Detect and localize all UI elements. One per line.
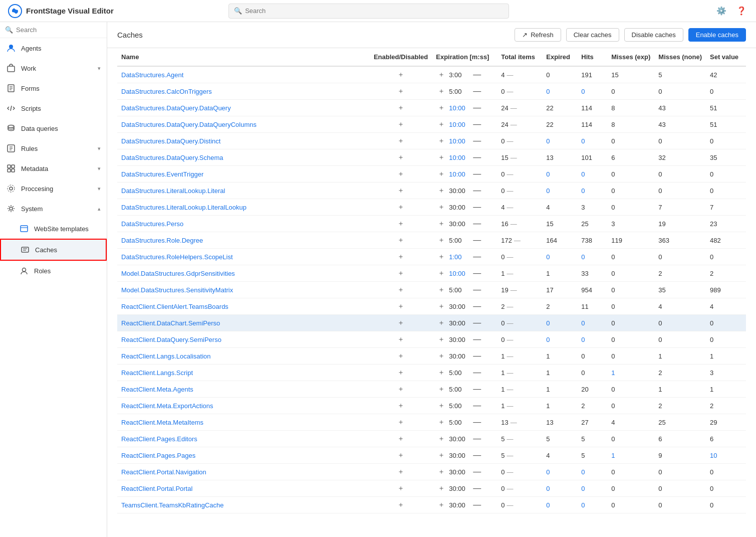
expiry-minus-icon[interactable]: — <box>471 302 483 311</box>
expiry-minus-icon[interactable]: — <box>471 136 483 145</box>
expiry-minus-icon[interactable]: — <box>471 120 483 129</box>
expiry-minus-icon[interactable]: — <box>471 484 483 493</box>
cell-name[interactable]: ReactClient.DataQuery.SemiPerso <box>117 331 370 348</box>
expiry-minus-icon[interactable]: — <box>471 335 483 344</box>
plus-icon[interactable]: ＋ <box>395 186 406 194</box>
expiry-minus-icon[interactable]: — <box>471 368 483 377</box>
plus-icon[interactable]: ＋ <box>395 87 406 95</box>
expiry-plus-icon[interactable]: ＋ <box>436 500 447 509</box>
sidebar-item-forms[interactable]: Forms <box>0 78 107 98</box>
expiry-minus-icon[interactable]: — <box>471 219 483 228</box>
settings-icon[interactable]: ⚙️ <box>715 5 728 18</box>
plus-icon[interactable]: ＋ <box>395 500 406 508</box>
expiry-minus-icon[interactable]: — <box>471 252 483 261</box>
cell-name[interactable]: TeamsClient.TeamsKbRatingCache <box>117 497 370 513</box>
enable-caches-button[interactable]: Enable caches <box>688 28 746 42</box>
cell-name[interactable]: DataStructures.EventTrigger <box>117 166 370 183</box>
expiry-minus-icon[interactable]: — <box>471 285 483 294</box>
expiry-plus-icon[interactable]: ＋ <box>436 236 447 245</box>
expiry-plus-icon[interactable]: ＋ <box>436 302 447 311</box>
expiry-plus-icon[interactable]: ＋ <box>436 136 447 145</box>
sidebar-item-work[interactable]: Work ▾ <box>0 58 107 78</box>
expiry-plus-icon[interactable]: ＋ <box>436 484 447 493</box>
sidebar-item-caches[interactable]: Caches <box>0 239 107 261</box>
sidebar-item-data-queries[interactable]: Data queries <box>0 118 107 138</box>
topbar-search-input[interactable] <box>245 7 503 15</box>
cell-name[interactable]: DataStructures.DataQuery.Schema <box>117 149 370 166</box>
expiry-plus-icon[interactable]: ＋ <box>436 351 447 361</box>
plus-icon[interactable]: ＋ <box>395 120 406 128</box>
plus-icon[interactable]: ＋ <box>395 252 406 260</box>
expiry-plus-icon[interactable]: ＋ <box>436 418 447 427</box>
cell-name[interactable]: DataStructures.CalcOnTriggers <box>117 83 370 100</box>
plus-icon[interactable]: ＋ <box>395 385 406 393</box>
sidebar-item-website-templates[interactable]: WebSite templates <box>0 219 107 239</box>
cell-name[interactable]: ReactClient.Pages.Editors <box>117 431 370 447</box>
expiry-plus-icon[interactable]: ＋ <box>436 203 447 212</box>
expiry-plus-icon[interactable]: ＋ <box>436 467 447 476</box>
plus-icon[interactable]: ＋ <box>395 351 406 360</box>
cell-name[interactable]: DataStructures.DataQuery.DataQuery <box>117 100 370 116</box>
expiry-minus-icon[interactable]: — <box>471 153 483 162</box>
plus-icon[interactable]: ＋ <box>395 219 406 227</box>
cell-name[interactable]: Model.DataStructures.GdprSensitivities <box>117 265 370 282</box>
expiry-plus-icon[interactable]: ＋ <box>436 318 447 327</box>
expiry-plus-icon[interactable]: ＋ <box>436 186 447 195</box>
topbar-search-box[interactable]: 🔍 <box>228 4 509 19</box>
cell-name[interactable]: ReactClient.Langs.Script <box>117 365 370 381</box>
expiry-minus-icon[interactable]: — <box>471 269 483 278</box>
plus-icon[interactable]: ＋ <box>395 434 406 442</box>
cell-name[interactable]: DataStructures.Agent <box>117 66 370 83</box>
sidebar-item-processing[interactable]: Proccesing ▾ <box>0 178 107 199</box>
expiry-minus-icon[interactable]: — <box>471 169 483 178</box>
sidebar-item-roles[interactable]: Roles <box>0 261 107 281</box>
plus-icon[interactable]: ＋ <box>395 318 406 326</box>
cell-name[interactable]: ReactClient.Meta.Agents <box>117 381 370 398</box>
plus-icon[interactable]: ＋ <box>395 269 406 277</box>
expiry-minus-icon[interactable]: — <box>471 451 483 460</box>
expiry-plus-icon[interactable]: ＋ <box>436 70 447 79</box>
plus-icon[interactable]: ＋ <box>395 153 406 161</box>
expiry-plus-icon[interactable]: ＋ <box>436 252 447 261</box>
expiry-plus-icon[interactable]: ＋ <box>436 451 447 460</box>
sidebar-search-box[interactable]: 🔍 <box>0 22 107 38</box>
expiry-minus-icon[interactable]: — <box>471 103 483 112</box>
plus-icon[interactable]: ＋ <box>395 368 406 376</box>
plus-icon[interactable]: ＋ <box>395 236 406 244</box>
cell-name[interactable]: Model.DataStructures.SensitivityMatrix <box>117 282 370 298</box>
cell-name[interactable]: ReactClient.Portal.Navigation <box>117 464 370 480</box>
expiry-minus-icon[interactable]: — <box>471 385 483 394</box>
cell-name[interactable]: ReactClient.Meta.MetaItems <box>117 414 370 431</box>
expiry-plus-icon[interactable]: ＋ <box>436 269 447 278</box>
plus-icon[interactable]: ＋ <box>395 285 406 293</box>
plus-icon[interactable]: ＋ <box>395 70 406 78</box>
cell-name[interactable]: ReactClient.DataChart.SemiPerso <box>117 315 370 331</box>
sidebar-item-rules[interactable]: Rules ▾ <box>0 138 107 158</box>
help-icon[interactable]: ❓ <box>735 5 748 18</box>
expiry-minus-icon[interactable]: — <box>471 401 483 410</box>
cell-name[interactable]: ReactClient.Pages.Pages <box>117 447 370 464</box>
expiry-minus-icon[interactable]: — <box>471 87 483 96</box>
plus-icon[interactable]: ＋ <box>395 169 406 177</box>
expiry-minus-icon[interactable]: — <box>471 351 483 361</box>
cell-name[interactable]: ReactClient.ClientAlert.TeamsBoards <box>117 298 370 315</box>
expiry-plus-icon[interactable]: ＋ <box>436 385 447 394</box>
expiry-plus-icon[interactable]: ＋ <box>436 368 447 377</box>
expiry-plus-icon[interactable]: ＋ <box>436 401 447 410</box>
expiry-plus-icon[interactable]: ＋ <box>436 169 447 178</box>
plus-icon[interactable]: ＋ <box>395 401 406 409</box>
plus-icon[interactable]: ＋ <box>395 136 406 144</box>
expiry-plus-icon[interactable]: ＋ <box>436 103 447 112</box>
cell-name[interactable]: DataStructures.RoleHelpers.ScopeList <box>117 249 370 265</box>
sidebar-item-agents[interactable]: Agents <box>0 38 107 58</box>
refresh-button[interactable]: ↗ Refresh <box>515 28 561 42</box>
plus-icon[interactable]: ＋ <box>395 302 406 310</box>
expiry-minus-icon[interactable]: — <box>471 70 483 79</box>
cell-name[interactable]: DataStructures.LiteralLookup.Literal <box>117 183 370 199</box>
expiry-plus-icon[interactable]: ＋ <box>436 120 447 129</box>
expiry-plus-icon[interactable]: ＋ <box>436 153 447 162</box>
cell-name[interactable]: ReactClient.Portal.Portal <box>117 480 370 497</box>
cell-name[interactable]: DataStructures.Role.Degree <box>117 232 370 249</box>
plus-icon[interactable]: ＋ <box>395 484 406 492</box>
plus-icon[interactable]: ＋ <box>395 451 406 459</box>
